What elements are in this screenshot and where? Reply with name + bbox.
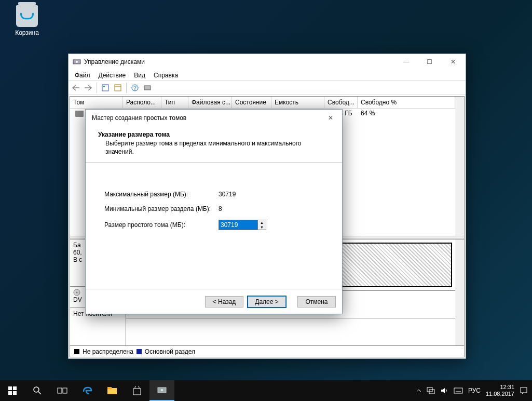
menu-action[interactable]: Действие bbox=[94, 71, 130, 80]
back-icon[interactable] bbox=[71, 83, 81, 93]
volume-size-input[interactable] bbox=[219, 220, 258, 230]
svg-point-23 bbox=[161, 389, 163, 391]
recycle-bin-icon bbox=[16, 5, 38, 27]
main-titlebar[interactable]: Управление дисками — ☐ ✕ bbox=[69, 54, 466, 70]
svg-rect-14 bbox=[13, 391, 17, 395]
col-layout[interactable]: Располо... bbox=[123, 97, 161, 109]
disk-mgmt-icon bbox=[73, 58, 81, 66]
menu-view[interactable]: Вид bbox=[130, 71, 149, 80]
action-center-icon[interactable] bbox=[520, 386, 528, 395]
tray-language[interactable]: РУС bbox=[468, 387, 481, 394]
wizard-button-row: < Назад Далее > Отмена bbox=[86, 289, 342, 314]
edge-icon[interactable] bbox=[75, 380, 100, 401]
next-button[interactable]: Далее > bbox=[248, 296, 286, 308]
toolbar: ? bbox=[69, 81, 466, 95]
maximize-button[interactable]: ☐ bbox=[418, 55, 441, 69]
store-icon[interactable] bbox=[125, 380, 149, 401]
scrollbar[interactable] bbox=[455, 97, 464, 236]
legend-primary: Основной раздел bbox=[145, 348, 195, 355]
legend: Не распределена Основной раздел bbox=[70, 345, 464, 357]
svg-rect-29 bbox=[521, 387, 527, 393]
legend-swatch-unallocated bbox=[74, 349, 79, 354]
toolbar-icon-1[interactable] bbox=[100, 83, 111, 93]
svg-rect-4 bbox=[115, 85, 121, 91]
svg-point-1 bbox=[76, 61, 78, 63]
menu-bar: Файл Действие Вид Справка bbox=[69, 70, 466, 81]
cancel-button[interactable]: Отмена bbox=[297, 296, 336, 308]
wizard-title: Мастер создания простых томов bbox=[90, 114, 320, 122]
svg-rect-3 bbox=[103, 86, 105, 87]
svg-rect-20 bbox=[107, 387, 112, 389]
svg-rect-2 bbox=[102, 85, 108, 91]
svg-rect-8 bbox=[144, 86, 151, 90]
volume-icon bbox=[75, 111, 84, 117]
col-type[interactable]: Тип bbox=[161, 97, 188, 109]
tray-network-icon[interactable] bbox=[427, 387, 435, 394]
col-fs[interactable]: Файловая с... bbox=[188, 97, 232, 109]
simple-volume-wizard: Мастер создания простых томов ✕ Указание… bbox=[85, 109, 343, 314]
task-view-icon[interactable] bbox=[50, 380, 75, 401]
recycle-bin-desktop-icon[interactable]: Корзина bbox=[9, 5, 45, 36]
wizard-close-button[interactable]: ✕ bbox=[320, 111, 341, 125]
col-volume[interactable]: Том bbox=[70, 97, 123, 109]
svg-rect-18 bbox=[63, 388, 67, 393]
svg-rect-21 bbox=[133, 389, 141, 395]
scrollbar[interactable] bbox=[455, 239, 464, 345]
tray-clock[interactable]: 12:31 11.08.2017 bbox=[486, 384, 514, 397]
wizard-titlebar[interactable]: Мастер создания простых томов ✕ bbox=[86, 110, 342, 126]
min-size-value: 8 bbox=[219, 205, 222, 212]
help-icon[interactable]: ? bbox=[130, 83, 140, 93]
wizard-body: Максимальный размер (МБ): 30719 Минималь… bbox=[86, 163, 342, 289]
taskbar: РУС 12:31 11.08.2017 bbox=[0, 380, 532, 401]
col-capacity[interactable]: Емкость bbox=[271, 97, 324, 109]
legend-unallocated: Не распределена bbox=[83, 348, 133, 355]
back-button[interactable]: < Назад bbox=[205, 296, 243, 308]
system-tray: РУС 12:31 11.08.2017 bbox=[412, 384, 532, 397]
column-header-row: Том Располо... Тип Файловая с... Состоян… bbox=[70, 97, 455, 109]
legend-swatch-primary bbox=[137, 349, 142, 354]
col-free-pct[interactable]: Свободно % bbox=[358, 97, 455, 109]
explorer-icon[interactable] bbox=[100, 380, 125, 401]
disk-mgmt-taskbar-icon[interactable] bbox=[149, 380, 174, 401]
menu-file[interactable]: Файл bbox=[71, 71, 94, 80]
svg-rect-11 bbox=[8, 386, 12, 390]
tray-chevron-up-icon[interactable] bbox=[416, 388, 421, 393]
toolbar-icon-3[interactable] bbox=[142, 83, 153, 93]
recycle-bin-label: Корзина bbox=[9, 29, 45, 36]
col-free[interactable]: Свобод... bbox=[324, 97, 358, 109]
spin-down-icon[interactable]: ▼ bbox=[258, 225, 266, 230]
svg-text:?: ? bbox=[133, 85, 137, 91]
dvd-icon bbox=[73, 289, 80, 296]
wizard-header: Указание размера тома Выберите размер то… bbox=[86, 126, 342, 163]
tray-keyboard-icon[interactable] bbox=[454, 387, 463, 394]
forward-icon[interactable] bbox=[83, 83, 93, 93]
svg-rect-17 bbox=[58, 388, 62, 393]
menu-help[interactable]: Справка bbox=[149, 71, 182, 80]
max-size-label: Максимальный размер (МБ): bbox=[104, 191, 219, 198]
toolbar-icon-2[interactable] bbox=[113, 83, 123, 93]
main-window-title: Управление дисками bbox=[84, 58, 394, 65]
max-size-value: 30719 bbox=[219, 191, 236, 198]
svg-point-10 bbox=[76, 292, 78, 293]
minimize-button[interactable]: — bbox=[394, 55, 418, 69]
spin-up-icon[interactable]: ▲ bbox=[258, 220, 266, 225]
svg-rect-12 bbox=[13, 386, 17, 390]
volume-size-spinner[interactable]: ▲ ▼ bbox=[219, 220, 266, 230]
col-status[interactable]: Состояние bbox=[232, 97, 271, 109]
wizard-heading: Указание размера тома bbox=[98, 131, 330, 138]
min-size-label: Минимальный размер раздела (МБ): bbox=[104, 205, 219, 212]
volume-size-label: Размер простого тома (МБ): bbox=[104, 221, 219, 229]
start-button[interactable] bbox=[0, 380, 25, 401]
row-free-pct: 64 % bbox=[358, 109, 378, 118]
wizard-subheading: Выберите размер тома в пределах минималь… bbox=[105, 139, 330, 156]
svg-point-15 bbox=[34, 387, 39, 392]
svg-line-16 bbox=[38, 392, 41, 394]
svg-rect-26 bbox=[454, 388, 462, 393]
svg-rect-13 bbox=[8, 391, 12, 395]
close-button[interactable]: ✕ bbox=[441, 55, 465, 69]
tray-volume-icon[interactable] bbox=[440, 387, 448, 394]
search-icon[interactable] bbox=[25, 380, 50, 401]
